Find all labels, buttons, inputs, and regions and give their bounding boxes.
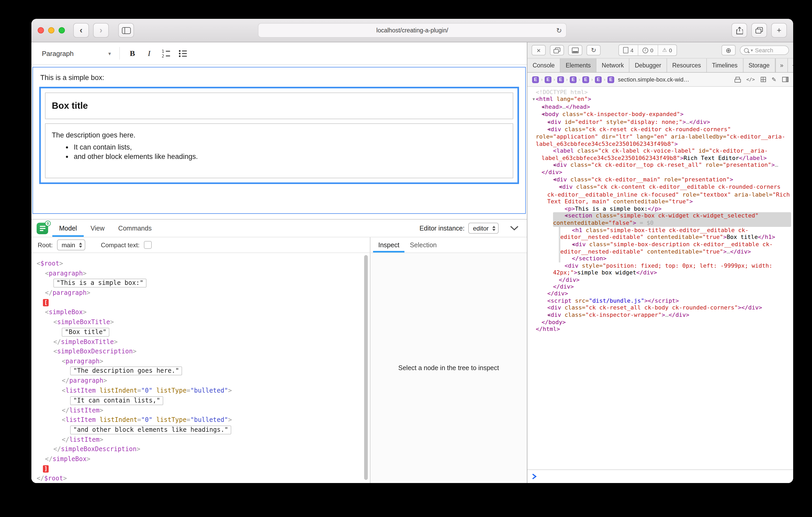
pane-tab-selection[interactable]: Selection — [405, 237, 442, 252]
pane-tab-inspect[interactable]: Inspect — [373, 237, 405, 252]
devtools-search-input[interactable]: ▾ Search — [740, 45, 789, 55]
inspector-tab-commands[interactable]: Commands — [111, 219, 158, 237]
disclosure-triangle-icon[interactable]: ▼ — [559, 213, 564, 220]
detach-devtools-button[interactable] — [550, 45, 564, 55]
dom-tree-node[interactable]: ▼<html lang="en"> — [528, 96, 791, 103]
editor-list-item[interactable]: and other block elements like headings. — [74, 153, 506, 160]
dom-tree-node[interactable]: <div class="ck ck-reset_all ck-body ck-r… — [528, 304, 791, 311]
console-prompt[interactable] — [527, 469, 793, 483]
dom-tree-node[interactable]: ▶<div class="ck-inspector-wrapper">…</di… — [528, 311, 791, 319]
devtools-tab-network[interactable]: Network — [597, 59, 630, 72]
dom-tree-node[interactable]: </section> — [559, 255, 791, 263]
edit-icon[interactable]: ✎ — [772, 77, 776, 82]
paragraph-dropdown[interactable]: Paragraph ▾ — [38, 47, 115, 60]
new-tab-button[interactable]: + — [771, 23, 787, 38]
devtools-tab-storage[interactable]: Storage — [743, 59, 775, 72]
model-tree-node[interactable]: <listItem listIndent="0" listType="bulle… — [31, 386, 361, 395]
disclosure-triangle-icon[interactable]: ▼ — [536, 111, 542, 118]
simple-box-widget[interactable]: Box title The description goes here. It … — [39, 87, 519, 184]
model-tree-scrollbar[interactable] — [364, 254, 368, 482]
disclosure-triangle-icon[interactable]: ▶ — [542, 312, 547, 319]
dom-tree-node[interactable]: ▼<div class="ck ck-reset ck-editor ck-ro… — [528, 126, 791, 147]
model-tree-node[interactable]: </listItem> — [31, 405, 361, 415]
dom-tree-node[interactable]: <label class="ck ck-label ck-voice-label… — [528, 148, 791, 162]
dom-tree-node[interactable]: </div> — [528, 283, 791, 291]
element-badge-icon[interactable]: E — [607, 76, 614, 83]
model-tree-node[interactable]: </simpleBoxDescription> — [31, 445, 361, 454]
element-badge-icon[interactable]: E — [532, 76, 539, 83]
split-console-icon[interactable] — [782, 77, 788, 82]
model-tree-node[interactable]: <simpleBoxTitle> — [31, 317, 361, 327]
devtools-tab-resources[interactable]: Resources — [667, 59, 707, 72]
scrollbar-thumb[interactable] — [364, 255, 368, 480]
disclosure-triangle-icon[interactable]: ▶ — [548, 162, 553, 169]
zoom-window-button[interactable] — [59, 27, 65, 33]
model-tree-node[interactable]: <$root> — [31, 259, 361, 268]
bold-button[interactable]: B — [124, 45, 141, 61]
collapse-inspector-button[interactable] — [507, 225, 522, 231]
model-tree-node[interactable]: </simpleBox> — [31, 454, 361, 464]
dom-tree-node[interactable]: ▶<div id="editor" style="display: none;"… — [528, 118, 791, 126]
element-badge-icon[interactable]: E — [582, 76, 589, 83]
model-tree-node[interactable]: [ — [31, 298, 361, 308]
address-bar[interactable]: localhost/creating-a-plugin/ ↻ — [258, 23, 567, 38]
print-icon[interactable] — [734, 77, 741, 82]
close-window-button[interactable] — [38, 27, 44, 33]
disclosure-triangle-icon[interactable]: ▶ — [542, 119, 547, 126]
warning-count-badge[interactable]: ⚠ 0 — [658, 45, 676, 55]
dom-tree-node[interactable]: <p>This is a simple box:</p> — [528, 205, 791, 212]
simple-box-description[interactable]: The description goes here. It can contai… — [45, 123, 513, 178]
dom-tree-node[interactable]: ▼<body class="ck-inspector-body-expanded… — [528, 111, 791, 118]
description-paragraph[interactable]: The description goes here. — [52, 131, 506, 139]
disclosure-triangle-icon[interactable]: ▶ — [567, 241, 572, 248]
rich-text-editable[interactable]: This is a simple box: Box title The desc… — [32, 67, 526, 214]
element-badge-icon[interactable]: E — [557, 76, 564, 83]
dom-tree-node[interactable]: <!DOCTYPE html> — [528, 89, 791, 96]
dock-side-button[interactable] — [568, 45, 582, 55]
back-button[interactable]: ‹ — [73, 23, 89, 38]
model-tree-node[interactable]: "and other block elements like headings.… — [31, 425, 361, 435]
dom-tree-node[interactable]: ▶<head>…</head> — [528, 103, 791, 111]
close-devtools-button[interactable]: × — [531, 45, 546, 55]
model-tree-node[interactable]: "The description goes here." — [31, 366, 361, 376]
dom-tree-node[interactable]: </div> — [528, 291, 791, 298]
reload-icon[interactable]: ↻ — [556, 26, 562, 34]
model-tree-node[interactable]: <simpleBox> — [31, 308, 361, 317]
numbered-list-button[interactable]: 12 — [157, 45, 174, 61]
dom-tree-node[interactable]: ▶<div class="simple-box-description ck-e… — [559, 241, 791, 255]
dom-tree-node[interactable]: ▶<div class="ck ck-editor__top ck-reset_… — [528, 161, 791, 176]
devtools-tab-console[interactable]: Console — [527, 59, 560, 72]
compact-text-checkbox[interactable] — [144, 241, 151, 249]
disclosure-triangle-icon[interactable]: ▼ — [554, 184, 559, 191]
breadcrumb-current-node[interactable]: section.simple-box.ck-wid… — [618, 76, 689, 83]
model-tree-node[interactable]: <paragraph> — [31, 357, 361, 366]
dom-tree-node[interactable]: <div style="position: fixed; top: 0px; l… — [528, 263, 791, 277]
dom-tree-node[interactable]: <script src="dist/bundle.js"></script> — [528, 298, 791, 304]
model-tree-node[interactable]: <simpleBoxDescription> — [31, 346, 361, 356]
italic-button[interactable]: I — [141, 45, 157, 61]
element-badge-icon[interactable]: E — [595, 76, 602, 83]
root-select[interactable]: main — [57, 239, 85, 250]
model-tree-node[interactable]: ] — [31, 464, 361, 474]
element-badge-icon[interactable]: E — [545, 76, 551, 83]
devtools-tab-elements[interactable]: Elements — [560, 59, 597, 72]
model-tree-node[interactable]: </paragraph> — [31, 376, 361, 386]
model-tree-node[interactable]: </paragraph> — [31, 288, 361, 298]
forward-button[interactable]: › — [93, 23, 109, 38]
editor-paragraph[interactable]: This is a simple box: — [40, 74, 525, 82]
bulleted-list-button[interactable] — [174, 45, 191, 61]
model-tree-node[interactable]: "This is a simple box:" — [31, 278, 361, 288]
inspector-tab-model[interactable]: Model — [52, 219, 84, 237]
share-button[interactable] — [731, 23, 747, 38]
element-badge-icon[interactable]: E — [570, 76, 577, 83]
dom-tree-node[interactable]: <h1 class="simple-box-title ck-editor__e… — [559, 226, 791, 241]
dom-tree-node[interactable]: </html> — [528, 326, 791, 333]
more-tabs-button[interactable]: » — [775, 59, 788, 72]
model-tree-node[interactable]: </$root> — [31, 474, 361, 483]
dom-tree-node[interactable]: ▼<div class="ck ck-content ck-editor__ed… — [528, 184, 791, 205]
model-tree-node[interactable]: <paragraph> — [31, 268, 361, 278]
tab-overview-button[interactable] — [751, 23, 767, 38]
add-tab-button[interactable]: + — [788, 59, 793, 72]
simple-box-title[interactable]: Box title — [45, 93, 513, 119]
model-tree-node[interactable]: </listItem> — [31, 435, 361, 444]
